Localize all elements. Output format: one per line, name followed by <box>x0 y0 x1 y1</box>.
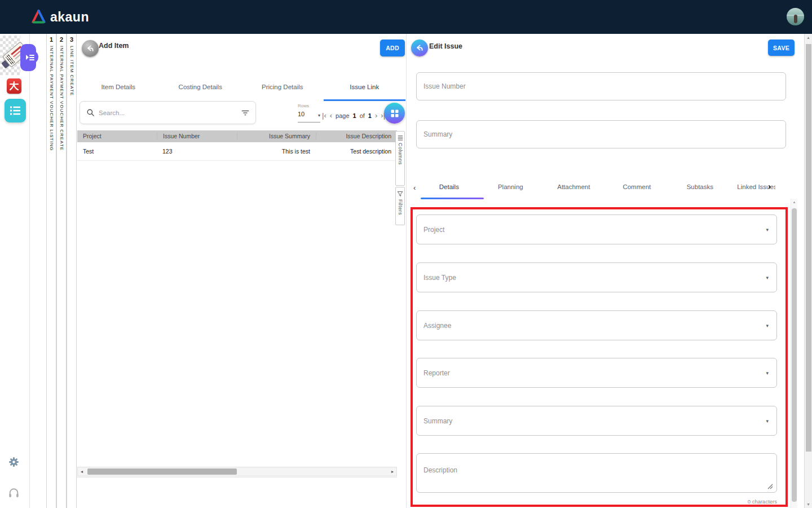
scroll-right-arrow[interactable]: ▸ <box>389 467 396 476</box>
summary-field[interactable]: Summary <box>416 120 786 148</box>
headphones-support-icon[interactable] <box>8 487 20 499</box>
character-count: 0 characters <box>416 498 777 505</box>
summary-select[interactable]: Summary ▾ <box>416 406 777 436</box>
dai-character-icon <box>8 80 20 91</box>
tab-planning[interactable]: Planning <box>479 176 542 199</box>
workspace-tab-label: LINE ITEM CREATE <box>69 46 74 96</box>
tab-label: Subtasks <box>687 183 713 190</box>
workspace-tab-label: INTERNAL PAYMENT VOUCHER CREATE <box>59 46 64 151</box>
description-textarea[interactable]: Description <box>416 453 777 493</box>
caret-down-icon: ▾ <box>766 370 769 376</box>
grid-icon <box>390 108 400 119</box>
workspace-tab-1[interactable]: 1 INTERNAL PAYMENT VOUCHER LISTING <box>46 34 56 508</box>
project-select[interactable]: Project ▾ <box>416 214 777 244</box>
cell-issue-summary: This is test <box>237 148 316 155</box>
workspace-tab-number: 3 <box>67 34 76 43</box>
grid-view-button[interactable] <box>384 103 405 124</box>
user-avatar[interactable] <box>787 8 804 25</box>
page-vertical-scrollbar[interactable]: ▴ ▾ <box>804 34 812 508</box>
first-page-button[interactable]: |‹ <box>322 109 326 122</box>
back-button[interactable] <box>411 40 428 56</box>
tab-label: Item Details <box>101 84 135 90</box>
column-header-project: Project <box>77 132 157 141</box>
tab-pricing-details[interactable]: Pricing Details <box>241 75 324 101</box>
scroll-up-arrow[interactable]: ▴ <box>791 200 797 204</box>
resize-handle-icon[interactable] <box>766 483 773 489</box>
tab-details[interactable]: Details <box>419 176 479 199</box>
workspace-tab-3[interactable]: 3 LINE ITEM CREATE <box>67 34 77 508</box>
list-app-icon[interactable] <box>5 99 26 122</box>
panel-bottom-border <box>77 477 397 478</box>
top-bar: akaun <box>0 0 812 34</box>
scroll-down-arrow[interactable]: ▾ <box>805 502 812 507</box>
search-input[interactable] <box>99 110 228 116</box>
filter-list-icon[interactable] <box>241 108 250 117</box>
tabs-scroll-right-button[interactable]: › <box>765 181 774 191</box>
table-row[interactable]: Test 123 This is test Test description <box>77 142 397 161</box>
rows-per-page-select[interactable]: 10 <box>298 111 320 122</box>
tab-subtasks[interactable]: Subtasks <box>668 176 731 199</box>
tab-issue-link[interactable]: Issue Link <box>324 75 406 101</box>
brand-name: akaun <box>50 10 89 25</box>
select-label: Summary <box>423 406 452 435</box>
tab-attachment[interactable]: Attachment <box>542 176 605 199</box>
of-word: of <box>360 112 365 119</box>
workspace-tab-label: INTERNAL PAYMENT VOUCHER LISTING <box>49 46 54 151</box>
scroll-up-arrow[interactable]: ▴ <box>805 35 812 40</box>
item-tabs: Item Details Costing Details Pricing Det… <box>77 75 405 101</box>
scroll-left-arrow[interactable]: ◂ <box>78 467 86 476</box>
prev-page-button[interactable]: ‹ <box>330 109 332 122</box>
caret-down-icon: ▾ <box>766 275 769 281</box>
add-button[interactable]: ADD <box>380 40 405 56</box>
tab-item-details[interactable]: Item Details <box>77 75 160 101</box>
list-lines-icon <box>10 105 21 116</box>
cjk-character-app-icon[interactable] <box>7 78 21 94</box>
back-arrow-icon <box>415 43 424 52</box>
column-header-issue-number: Issue Number <box>157 132 237 141</box>
save-button[interactable]: SAVE <box>768 40 795 56</box>
select-label: Issue Type <box>423 263 456 292</box>
next-page-button[interactable]: › <box>375 109 377 122</box>
filters-tool-button[interactable]: Filters <box>395 187 405 225</box>
issue-link-table: Project Issue Number Issue Summary Issue… <box>77 130 397 161</box>
reporter-select[interactable]: Reporter ▾ <box>416 358 777 388</box>
tab-label: Pricing Details <box>262 84 303 90</box>
tab-label: Attachment <box>557 183 590 190</box>
issue-type-select[interactable]: Issue Type ▾ <box>416 262 777 292</box>
app-root: akaun <box>0 0 812 508</box>
scrollbar-thumb[interactable] <box>792 208 797 502</box>
tabs-scroll-left-button[interactable]: ‹ <box>410 183 419 192</box>
caret-down-icon: ▾ <box>318 113 320 118</box>
select-label: Project <box>423 215 444 244</box>
total-pages: 1 <box>368 112 372 119</box>
tab-comment[interactable]: Comment <box>605 176 668 199</box>
select-label: Assignee <box>423 311 451 340</box>
back-button[interactable] <box>82 40 99 57</box>
playlist-app-icon[interactable] <box>20 44 36 71</box>
cell-issue-number: 123 <box>157 148 237 155</box>
scrollbar-thumb[interactable] <box>87 468 237 475</box>
scrollbar-thumb[interactable] <box>806 44 811 452</box>
caret-down-icon: ▾ <box>766 418 769 424</box>
columns-tool-label: Columns <box>398 143 403 165</box>
issue-number-placeholder: Issue Number <box>423 73 466 100</box>
search-icon <box>86 108 95 117</box>
edit-issue-panel: Edit Issue SAVE Issue Number Summary ‹ D… <box>406 34 804 508</box>
tab-label: Comment <box>623 183 651 190</box>
workspace-tab-2[interactable]: 2 INTERNAL PAYMENT VOUCHER CREATE <box>56 34 67 508</box>
assignee-select[interactable]: Assignee ▾ <box>416 310 777 340</box>
columns-tool-button[interactable]: Columns <box>395 131 405 186</box>
panel-vertical-scrollbar[interactable]: ▴ <box>791 199 797 508</box>
page-title: Add Item <box>99 42 129 50</box>
filters-tool-label: Filters <box>398 199 403 215</box>
workspace-tab-number: 1 <box>47 34 56 43</box>
indent-lines-icon <box>25 53 34 62</box>
caret-down-icon: ▾ <box>766 227 769 233</box>
settings-gear-icon[interactable] <box>8 456 20 468</box>
tab-costing-details[interactable]: Costing Details <box>160 75 242 101</box>
page-title: Edit Issue <box>429 42 462 50</box>
horizontal-scrollbar[interactable]: ◂ ▸ <box>77 467 397 476</box>
add-item-panel: Add Item ADD Item Details Costing Detail… <box>77 34 405 508</box>
back-arrow-icon <box>86 44 95 53</box>
issue-number-field[interactable]: Issue Number <box>416 72 786 100</box>
